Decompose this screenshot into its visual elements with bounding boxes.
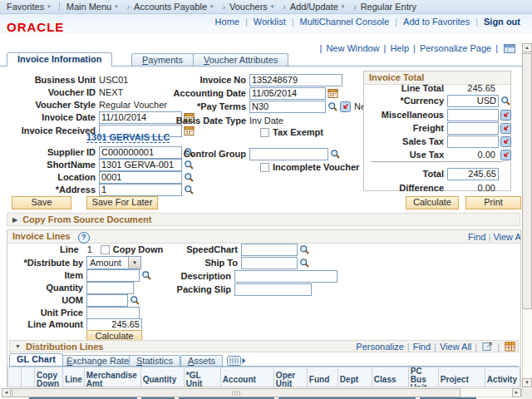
- find-link[interactable]: Find: [468, 232, 485, 242]
- currency-input[interactable]: [447, 95, 499, 107]
- description-label: Description: [156, 271, 231, 281]
- miscellaneous-detail-icon[interactable]: [500, 110, 511, 121]
- expand-arrow-icon[interactable]: ▶: [12, 216, 17, 224]
- lookup-icon[interactable]: [130, 295, 140, 306]
- breadcrumb-accounts-payable[interactable]: Accounts Payable: [134, 2, 207, 12]
- add-to-favorites-link[interactable]: Add to Favorites: [403, 17, 470, 27]
- new-window-link[interactable]: New Window: [326, 43, 379, 53]
- miscellaneous-input[interactable]: [447, 109, 499, 121]
- distribution-lines-title: Distribution Lines: [26, 342, 104, 352]
- tab-gl-chart[interactable]: GL Chart: [9, 353, 63, 366]
- pay-terms-detail-icon[interactable]: [340, 101, 351, 112]
- separator: |: [407, 342, 410, 352]
- ship-to-label: Ship To: [163, 258, 238, 268]
- favorites-menu[interactable]: Favorites: [7, 2, 44, 12]
- distribution-lines-header: ▼ Distribution Lines Personalize | Find …: [9, 340, 519, 352]
- description-input[interactable]: [234, 270, 337, 283]
- use-tax-detail-icon[interactable]: [500, 150, 511, 160]
- quantity-input[interactable]: [86, 282, 134, 294]
- dist-find-link[interactable]: Find: [413, 342, 431, 352]
- save-for-later-button[interactable]: Save For Later: [86, 196, 158, 209]
- voucher-id-value: NEXT: [99, 87, 123, 97]
- line-label: Line: [60, 244, 79, 254]
- use-tax-label: Use Tax: [366, 150, 444, 160]
- packing-slip-input[interactable]: [234, 283, 312, 296]
- tab-voucher-attributes[interactable]: Voucher Attributes: [193, 53, 288, 66]
- print-button[interactable]: Print: [466, 196, 521, 209]
- sign-out-link[interactable]: Sign out: [484, 17, 520, 27]
- scroll-right-button[interactable]: ►: [512, 388, 521, 397]
- invoice-no-input[interactable]: [249, 74, 342, 86]
- copy-from-source-section[interactable]: ▶ Copy From Source Document: [7, 213, 520, 226]
- multichannel-console-link[interactable]: MultiChannel Console: [300, 17, 390, 27]
- col-dept: Dept: [337, 367, 372, 388]
- lookup-icon[interactable]: [500, 96, 511, 106]
- supplier-name-link[interactable]: 1301 GERVAIS LLC: [86, 132, 170, 143]
- lookup-icon[interactable]: [299, 244, 310, 255]
- line-amount-input[interactable]: [86, 318, 142, 331]
- lookup-icon[interactable]: [328, 101, 338, 112]
- calculate-button[interactable]: Calculate: [406, 196, 459, 209]
- scroll-up-button[interactable]: ▲: [522, 43, 532, 52]
- field-line: Line 1 Copy Down: [60, 243, 163, 256]
- calendar-icon[interactable]: [328, 88, 338, 99]
- sales-tax-input[interactable]: [447, 135, 499, 148]
- pay-terms-input[interactable]: [249, 101, 326, 113]
- control-group-input[interactable]: [249, 148, 328, 160]
- horizontal-scrollbar-thumb[interactable]: [12, 388, 461, 397]
- tab-invoice-information[interactable]: Invoice Information: [7, 52, 112, 66]
- zoom-grid-icon[interactable]: [482, 342, 494, 352]
- item-input[interactable]: [86, 269, 140, 282]
- uom-input[interactable]: [86, 294, 128, 307]
- personalize-link[interactable]: Personalize: [356, 342, 403, 352]
- worklist-link[interactable]: Worklist: [254, 17, 286, 27]
- dist-view-all-link[interactable]: View All: [440, 342, 471, 352]
- ship-to-input[interactable]: [241, 257, 298, 269]
- home-link[interactable]: Home: [215, 17, 239, 27]
- field-invoice-no: Invoice No: [155, 73, 342, 86]
- chevron-down-icon: ▾: [47, 3, 51, 10]
- lookup-icon[interactable]: [184, 185, 195, 195]
- total-input[interactable]: [447, 168, 499, 180]
- accounting-date-label: Accounting Date: [155, 88, 246, 98]
- personalize-layout-icon[interactable]: [504, 44, 515, 53]
- breadcrumb-vouchers[interactable]: Vouchers: [229, 2, 268, 12]
- lookup-icon[interactable]: [330, 149, 341, 160]
- freight-input[interactable]: [447, 122, 499, 135]
- scroll-left-button[interactable]: ◄: [2, 388, 11, 397]
- sales-tax-detail-icon[interactable]: [500, 136, 511, 147]
- distribute-by-select[interactable]: Amount ▾: [86, 256, 141, 269]
- tab-statistics[interactable]: Statistics: [129, 355, 180, 366]
- breadcrumb-add-update[interactable]: Add/Update: [290, 2, 338, 12]
- location-input[interactable]: [99, 171, 182, 184]
- personalize-page-link[interactable]: Personalize Page: [420, 43, 491, 53]
- distribution-grid: Copy Down Line Merchandise Amt Quantity …: [7, 367, 520, 387]
- help-icon[interactable]: ?: [78, 232, 90, 244]
- view-all-link[interactable]: View All: [493, 232, 521, 242]
- lookup-icon[interactable]: [184, 160, 195, 170]
- speedchart-input[interactable]: [241, 244, 298, 256]
- freight-detail-icon[interactable]: [500, 123, 511, 134]
- save-button[interactable]: Save: [12, 196, 71, 209]
- accounting-date-input[interactable]: [249, 87, 326, 100]
- tax-exempt-checkbox[interactable]: [260, 128, 269, 137]
- show-all-columns-icon[interactable]: [227, 356, 246, 366]
- address-input[interactable]: [99, 184, 182, 196]
- collapse-arrow-icon[interactable]: ▼: [15, 343, 21, 349]
- field-item: Item: [8, 268, 152, 282]
- separator: |: [395, 17, 397, 27]
- tab-exchange-rate[interactable]: Exchange Rate: [59, 355, 136, 366]
- lookup-icon[interactable]: [141, 270, 152, 281]
- lookup-icon[interactable]: [299, 258, 310, 268]
- help-link[interactable]: Help: [390, 43, 409, 53]
- tab-assets[interactable]: Assets: [180, 355, 223, 366]
- download-grid-icon[interactable]: [505, 342, 515, 352]
- breadcrumb: Favorites ▾ Main Menu ▾ › Accounts Payab…: [0, 0, 532, 14]
- vertical-scrollbar-thumb[interactable]: [522, 53, 532, 309]
- incomplete-voucher-checkbox[interactable]: [260, 163, 269, 172]
- copy-down-checkbox[interactable]: [101, 245, 110, 254]
- main-menu[interactable]: Main Menu: [66, 2, 111, 12]
- tab-payments[interactable]: Payments: [131, 53, 194, 66]
- lookup-icon[interactable]: [184, 172, 195, 183]
- scroll-down-button[interactable]: ▼: [522, 378, 532, 387]
